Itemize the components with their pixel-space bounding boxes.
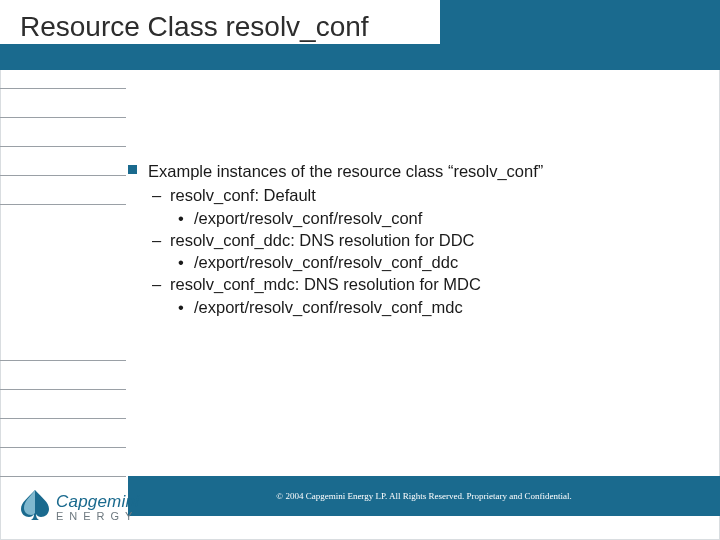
bullet-level-2: resolv_conf_mdc: DNS resolution for MDC (128, 273, 670, 295)
item-label: resolv_conf_ddc: DNS resolution for DDC (170, 231, 474, 249)
brand-logo: Capgemini ENERGY (18, 488, 186, 522)
decorative-lines-top (0, 88, 126, 233)
square-bullet-icon (128, 165, 137, 174)
spade-icon (18, 488, 52, 522)
bullet-level-2: resolv_conf_ddc: DNS resolution for DDC (128, 229, 670, 251)
item-path: /export/resolv_conf/resolv_conf (194, 209, 422, 227)
bullet-level-3: /export/resolv_conf/resolv_conf_mdc (128, 296, 670, 318)
brand-name: Capgemini (56, 493, 139, 510)
footer-copyright: © 2004 Capgemini Energy LP. All Rights R… (276, 491, 571, 501)
item-path: /export/resolv_conf/resolv_conf_mdc (194, 298, 463, 316)
footer-band: © 2004 Capgemini Energy LP. All Rights R… (128, 476, 720, 516)
bullet-level-3: /export/resolv_conf/resolv_conf_ddc (128, 251, 670, 273)
decorative-lines-bottom (0, 360, 126, 505)
item-path: /export/resolv_conf/resolv_conf_ddc (194, 253, 458, 271)
bullet-level-2: resolv_conf: Default (128, 184, 670, 206)
lead-text: Example instances of the resource class … (148, 162, 543, 180)
bullet-level-1: Example instances of the resource class … (128, 160, 670, 182)
item-label: resolv_conf_mdc: DNS resolution for MDC (170, 275, 481, 293)
item-label: resolv_conf: Default (170, 186, 316, 204)
brand-division: ENERGY (56, 511, 139, 522)
slide: Resource Class resolv_conf Example insta… (0, 0, 720, 540)
content-block: Example instances of the resource class … (128, 160, 670, 318)
slide-title: Resource Class resolv_conf (18, 10, 373, 43)
brand-text: Capgemini ENERGY (56, 493, 139, 522)
bullet-level-3: /export/resolv_conf/resolv_conf (128, 207, 670, 229)
